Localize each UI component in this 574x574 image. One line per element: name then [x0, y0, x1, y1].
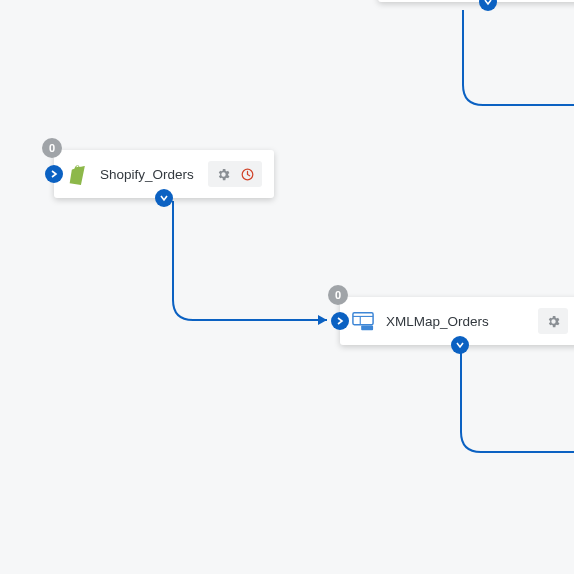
port-output[interactable]	[479, 0, 497, 11]
node-label: XMLMap_Orders	[386, 314, 538, 329]
node-xmlmap-orders[interactable]: 0 XMLMap_Orders	[340, 297, 574, 345]
svg-rect-2	[353, 313, 373, 325]
node-shopify-orders[interactable]: 0 Shopify_Orders	[54, 150, 274, 198]
port-output[interactable]	[451, 336, 469, 354]
connector-layer	[0, 0, 574, 574]
port-input[interactable]	[331, 312, 349, 330]
gear-icon[interactable]	[544, 312, 562, 330]
port-input[interactable]	[45, 165, 63, 183]
node-actions	[208, 161, 262, 187]
port-output[interactable]	[155, 189, 173, 207]
node-actions	[538, 308, 568, 334]
svg-marker-0	[318, 315, 327, 325]
gear-icon[interactable]	[214, 165, 232, 183]
workflow-canvas[interactable]: 0 Shopify_Orders 0	[0, 0, 574, 574]
svg-rect-5	[361, 326, 373, 331]
xml-map-icon	[352, 310, 374, 332]
count-badge: 0	[42, 138, 62, 158]
node-label: Shopify_Orders	[100, 167, 208, 182]
node-partial-top[interactable]	[378, 0, 574, 2]
clock-alert-icon[interactable]	[238, 165, 256, 183]
shopify-icon	[66, 163, 88, 185]
count-badge: 0	[328, 285, 348, 305]
